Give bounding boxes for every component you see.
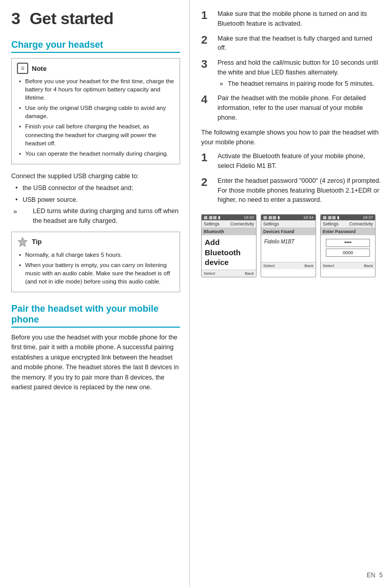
page-number: 5 <box>379 572 383 579</box>
phone-screen-3: ▩.▩▩ ▮ 16:37 Settings Connectivity Enter… <box>320 214 376 277</box>
note-label: Note <box>32 65 47 72</box>
phone-screenshots: ▩.▩▩ ▮ 16:32 Settings Connectivity Bluet… <box>201 214 383 277</box>
tip-box: Tip Normally, a full charge takes 5 hour… <box>11 232 180 292</box>
pair-step-2: 2 Enter the headset password "0000" (4 z… <box>201 176 383 205</box>
tip-item: Normally, a full charge takes 5 hours. <box>19 251 174 259</box>
status-left-1: ▩.▩▩ ▮ <box>204 215 220 220</box>
steps-intro: 1 Make sure that the mobile phone is tur… <box>201 9 383 123</box>
pair-section: Pair the headset with your mobile phone … <box>11 304 180 392</box>
step-4: 4 Pair the headset with the mobile phone… <box>201 93 383 122</box>
step-2: 2 Make sure that the headset is fully ch… <box>201 34 383 53</box>
note-item: Finish your call before charging the hea… <box>19 122 174 147</box>
add-bluetooth-text: Add Bluetooth device <box>205 237 253 268</box>
note-list: Before you use your headset for the firs… <box>17 77 174 158</box>
pair-body-text: Before you use the headset with your mob… <box>11 333 180 392</box>
led-note: LED turns white during charging and turn… <box>23 206 180 226</box>
note-item: Use only the original USB charging cable… <box>19 104 174 120</box>
page-lang: EN <box>367 572 376 579</box>
status-left-2: ▩.▩▩ ▮ <box>263 215 280 220</box>
chapter-title: 3 Get started <box>11 9 180 28</box>
svg-marker-0 <box>18 237 27 247</box>
tip-icon <box>17 236 28 248</box>
pair-step-1: 1 Activate the Bluetooth feature of your… <box>201 152 383 171</box>
note-box: ≡ Note Before you use your headset for t… <box>11 58 180 164</box>
password-stars: **** <box>326 239 370 247</box>
tip-label: Tip <box>32 238 42 245</box>
device-list-item: Fidelio M1BT <box>264 237 312 246</box>
phone-screen-1: ▩.▩▩ ▮ 16:32 Settings Connectivity Bluet… <box>201 214 257 277</box>
password-zeros: 0000 <box>326 249 370 257</box>
note-item: You can operate the headset normally dur… <box>19 149 174 158</box>
note-item: Before you use your headset for the firs… <box>19 77 174 102</box>
step-3: 3 Press and hold the call/music button f… <box>201 58 383 88</box>
connect-item: the USB connector of the headset and; <box>23 183 180 193</box>
phone-screen-2: ▩.▩▩ ▮ 16:34 Settings Devices Found Fide… <box>261 214 316 277</box>
pair-section-title: Pair the headset with your mobile phone <box>11 304 180 328</box>
note-icon: ≡ <box>17 63 28 74</box>
connect-item: USB power source. <box>23 195 180 205</box>
charge-section-title: Charge your headset <box>11 40 180 53</box>
tip-list: Normally, a full charge takes 5 hours. W… <box>17 251 174 286</box>
steps-pair: 1 Activate the Bluetooth feature of your… <box>201 152 383 205</box>
tip-item: When your battery is empty, you can carr… <box>19 261 174 286</box>
example-text: The following example shows you how to p… <box>201 128 383 148</box>
step-1: 1 Make sure that the mobile phone is tur… <box>201 9 383 29</box>
connect-text: Connect the supplied USB charging cable … <box>11 172 180 226</box>
status-left-3: ▩.▩▩ ▮ <box>323 215 339 220</box>
